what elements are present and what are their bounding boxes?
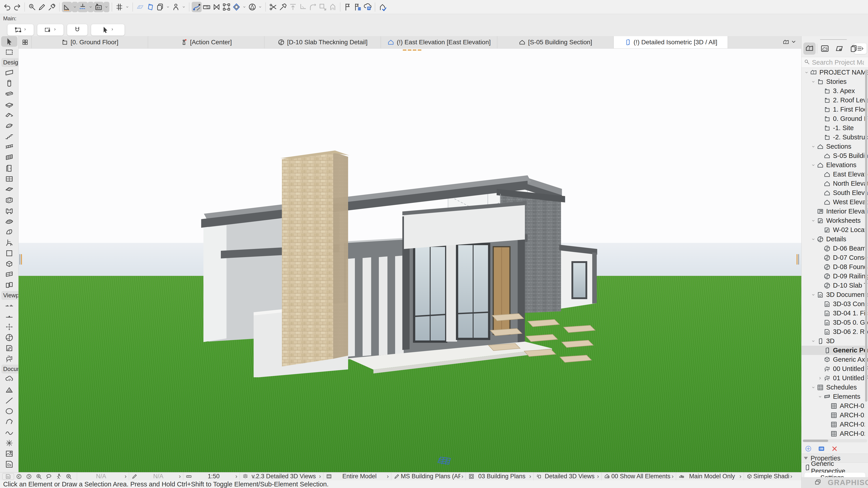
tool-curtain-wall[interactable]: [0, 152, 19, 163]
tool-circle[interactable]: [0, 406, 19, 416]
measure12-button[interactable]: 12: [202, 2, 212, 12]
navigator-view-map-button[interactable]: [819, 42, 831, 55]
fitzoom-button[interactable]: [64, 473, 74, 480]
tool-camera[interactable]: [0, 353, 19, 364]
tree-item[interactable]: 3D-05 0. Ground F: [802, 318, 868, 327]
tab-3[interactable]: (!) East Elevation [East Elevation]: [381, 36, 497, 48]
tool-zone[interactable]: [0, 280, 19, 290]
tool-interior-elevation[interactable]: [0, 322, 19, 332]
tool-object[interactable]: [0, 237, 19, 248]
tree-item[interactable]: PROJECT NAME HERE: [802, 68, 868, 77]
tree-item[interactable]: D-07 Conservancy: [802, 253, 868, 262]
scissors-button[interactable]: [268, 2, 278, 12]
cone-chevron[interactable]: [257, 2, 263, 12]
tab-2[interactable]: [D-10 Slab Theckning Detail]: [265, 36, 381, 48]
tree-item[interactable]: North Elevation (A: [802, 179, 868, 188]
tool-morph[interactable]: [0, 205, 19, 216]
tree-item[interactable]: Stories: [802, 77, 868, 86]
tab-dropdown-button[interactable]: [780, 36, 800, 48]
search-input[interactable]: [812, 59, 864, 66]
delete-view-button[interactable]: [831, 445, 839, 453]
pickup-button[interactable]: [27, 2, 37, 12]
tree-item[interactable]: Worksheets: [802, 216, 868, 225]
tool-elevation[interactable]: [0, 311, 19, 322]
tree-item[interactable]: D-10 Slab Theckni: [802, 281, 868, 290]
tree-item[interactable]: Elements: [802, 392, 868, 401]
tree-item[interactable]: D-06 Beam Detail: [802, 244, 868, 253]
tool-hotspot[interactable]: [0, 437, 19, 448]
elevation-marker-top[interactable]: [403, 50, 421, 51]
tool-curtain-grid[interactable]: [0, 269, 19, 280]
tree-item[interactable]: 2. Roof Level: [802, 96, 868, 105]
tree-item[interactable]: Generic Axonomet: [802, 355, 868, 364]
tree-item[interactable]: Schedules: [802, 383, 868, 392]
tool-arrow[interactable]: [1, 36, 18, 47]
quick-option-detailed-3d-views[interactable]: Detailed 3D Views›: [533, 473, 601, 481]
tree-vertical-scrollbar[interactable]: [865, 68, 868, 437]
elevation-marker-right[interactable]: [797, 254, 800, 265]
tool-drawing[interactable]: [0, 459, 19, 469]
tool-railing[interactable]: [0, 142, 19, 152]
quick-option-ms-building-plans-ar-[interactable]: MS Building Plans (AR...›: [391, 473, 466, 481]
tool-mesh[interactable]: [0, 216, 19, 227]
tree-item[interactable]: 3. Apex: [802, 86, 868, 96]
tree-item[interactable]: 0. Ground Floor: [802, 114, 868, 123]
tool-beam[interactable]: [0, 89, 19, 99]
orbitlasso-button[interactable]: [44, 473, 54, 480]
person-button[interactable]: [171, 2, 181, 12]
tool-equipment[interactable]: [0, 258, 19, 269]
tool-detail[interactable]: [0, 332, 19, 343]
tree-item[interactable]: East Elevation (Au: [802, 170, 868, 179]
tree-item[interactable]: 3D-06 2. Roof Lev: [802, 327, 868, 336]
tab-overview-button[interactable]: [19, 36, 32, 48]
tracegrid-button[interactable]: [135, 2, 145, 12]
cloudlist-button[interactable]: [363, 2, 373, 12]
triruler-chevron[interactable]: [72, 2, 78, 12]
tool-window[interactable]: [0, 173, 19, 184]
cone-button[interactable]: [247, 2, 257, 12]
gridsnap-chevron[interactable]: [124, 2, 130, 12]
quick-option-simple-shading-with-s-[interactable]: Simple Shading with S...›: [744, 473, 795, 481]
tree-item[interactable]: ARCH-01 Door S: [802, 401, 868, 411]
tool-door[interactable]: [0, 163, 19, 173]
view-settings-button[interactable]: [817, 445, 826, 453]
tool-shell[interactable]: [0, 121, 19, 131]
tree-item[interactable]: 1. First Floor: [802, 105, 868, 114]
zoomprev-button[interactable]: [14, 473, 24, 480]
tool-shell-dome[interactable]: [0, 227, 19, 237]
zoomin-button[interactable]: [34, 473, 44, 480]
copysheets-chevron[interactable]: [165, 2, 171, 12]
flag-button[interactable]: [343, 2, 352, 12]
resizebox-button[interactable]: [318, 2, 328, 12]
axe-button[interactable]: [278, 2, 288, 12]
splineedit-button[interactable]: [192, 2, 202, 12]
quick-option-n-a[interactable]: N/A›: [129, 473, 183, 481]
navigator-layout-book-button[interactable]: [833, 42, 845, 55]
elevatehouse-button[interactable]: [328, 2, 338, 12]
tree-item[interactable]: Sections: [802, 142, 868, 151]
bowtie-button[interactable]: [212, 2, 221, 12]
housecheck-button[interactable]: [377, 2, 388, 12]
pen-button[interactable]: [37, 2, 47, 12]
tool-marquee[interactable]: [0, 47, 19, 57]
quick-option-main-model-only[interactable]: Main Model Only›: [676, 473, 744, 481]
redo-button[interactable]: [12, 2, 22, 12]
marqueeedit-quick-button[interactable]: [7, 24, 34, 36]
diamond3d-button[interactable]: [231, 2, 241, 12]
tree-item[interactable]: W-02 Location Ma: [802, 225, 868, 234]
marqueesel-quick-button[interactable]: [37, 24, 64, 36]
tree-item[interactable]: South Elevation (A: [802, 188, 868, 197]
diamond3d-chevron[interactable]: [241, 2, 247, 12]
tool-line[interactable]: [0, 395, 19, 406]
quick-option-03-building-plans[interactable]: 03 Building Plans›: [466, 473, 533, 481]
tree-item[interactable]: 3D-03 Conceptual: [802, 299, 868, 308]
alignup-button[interactable]: [288, 2, 298, 12]
tree-item[interactable]: 3D-04 1. First Floo: [802, 308, 868, 318]
person-chevron[interactable]: [181, 2, 187, 12]
gridsnap-button[interactable]: [114, 2, 124, 12]
tool-fill[interactable]: [0, 374, 19, 385]
trimcorner-button[interactable]: [298, 2, 308, 12]
copysheets-button[interactable]: [155, 2, 165, 12]
tool-opening[interactable]: [0, 195, 19, 205]
coordxy-chevron[interactable]: [103, 2, 110, 12]
